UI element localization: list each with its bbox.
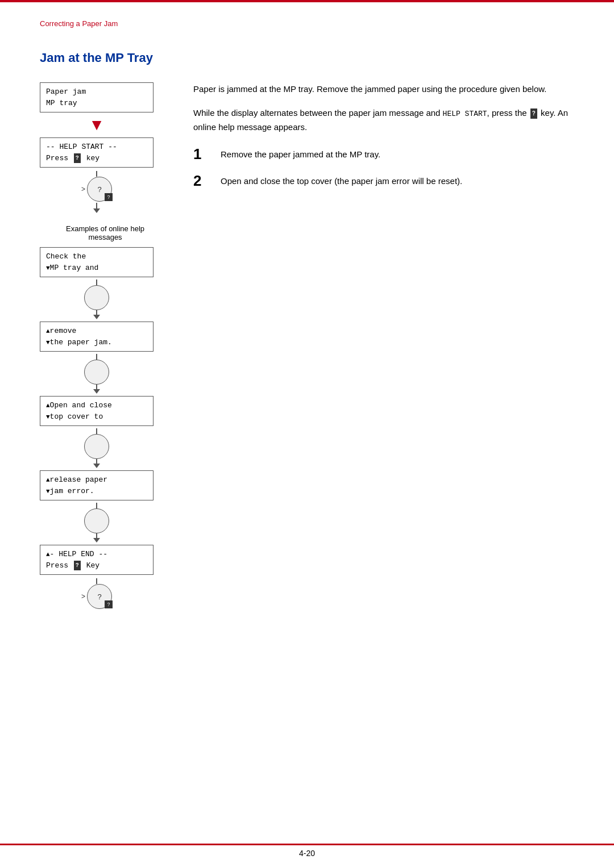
nav-circle-4[interactable]: [84, 434, 109, 459]
lcd-remove: ▲remove ▼the paper jam.: [40, 322, 154, 352]
connector-4: [40, 428, 154, 468]
section-title: Jam at the MP Tray: [40, 51, 574, 65]
breadcrumb: Correcting a Paper Jam: [40, 19, 574, 28]
examples-label: Examples of online help messages: [40, 224, 171, 241]
lcd-remove-line2: ▼the paper jam.: [46, 337, 147, 348]
lcd-open: ▲Open and close ▼top cover to: [40, 396, 154, 426]
connector-6: > ? ?: [40, 578, 154, 609]
step-1-number: 1: [193, 145, 210, 163]
steps-area: 1 Remove the paper jammed at the MP tray…: [193, 145, 574, 190]
nav-circle-5[interactable]: [84, 508, 109, 533]
step-1: 1 Remove the paper jammed at the MP tray…: [193, 145, 574, 163]
step-2-number: 2: [193, 172, 210, 190]
lcd-help-start: -- HELP START -- Press ? key: [40, 137, 154, 168]
help-start-q-box: ?: [74, 153, 81, 163]
connector-3: [40, 354, 154, 394]
bottom-border: [0, 844, 614, 845]
lcd-release: ▲release paper ▼jam error.: [40, 470, 154, 500]
page-number: 4-20: [0, 849, 614, 858]
lcd-help-end: ▲- HELP END -- Press ? Key: [40, 545, 154, 575]
nav-circle-2[interactable]: [84, 285, 109, 310]
q-indicator-1: ?: [105, 193, 113, 201]
lcd-initial: Paper jam MP tray: [40, 82, 154, 112]
nav-circle-1[interactable]: ? ?: [87, 177, 112, 202]
right-column: Paper is jammed at the MP tray. Remove t…: [193, 82, 574, 612]
help-end-q-box: ?: [74, 561, 81, 570]
lcd-check-line2: ▼MP tray and: [46, 262, 147, 274]
lcd-open-line1: ▲Open and close: [46, 400, 147, 411]
lcd-line1: Paper jam: [46, 86, 147, 98]
lcd-release-line1: ▲release paper: [46, 474, 147, 486]
step-2: 2 Open and close the top cover (the pape…: [193, 172, 574, 190]
lcd-release-line2: ▼jam error.: [46, 486, 147, 497]
arrow-down-filled: ▼: [40, 116, 154, 134]
lcd-help-start-line1: -- HELP START --: [46, 141, 147, 153]
connector-5: [40, 503, 154, 542]
connector-2: [40, 279, 154, 319]
description-1: Paper is jammed at the MP tray. Remove t…: [193, 82, 574, 96]
lcd-help-end-line1: ▲- HELP END --: [46, 549, 147, 560]
lcd-help-end-line2: Press ? Key: [46, 560, 147, 571]
content-area: Paper jam MP tray ▼ -- HELP START -- Pre…: [40, 82, 574, 612]
lcd-open-line2: ▼top cover to: [46, 411, 147, 423]
lcd-help-start-line2: Press ? key: [46, 153, 147, 164]
left-column: Paper jam MP tray ▼ -- HELP START -- Pre…: [40, 82, 171, 612]
lcd-remove-line1: ▲remove: [46, 326, 147, 337]
step-1-text: Remove the paper jammed at the MP tray.: [221, 145, 380, 161]
inline-q-key: ?: [530, 108, 537, 119]
lcd-check-line1: Check the: [46, 251, 147, 262]
lcd-check: Check the ▼MP tray and: [40, 247, 154, 277]
nav-circle-6[interactable]: ? ?: [87, 584, 112, 609]
step-2-text: Open and close the top cover (the paper …: [221, 172, 462, 188]
lcd-line2: MP tray: [46, 98, 147, 109]
connector-1: > ? ?: [40, 171, 154, 213]
q-indicator-2: ?: [105, 600, 113, 608]
description-2: While the display alternates between the…: [193, 106, 574, 134]
nav-circle-3[interactable]: [84, 360, 109, 385]
